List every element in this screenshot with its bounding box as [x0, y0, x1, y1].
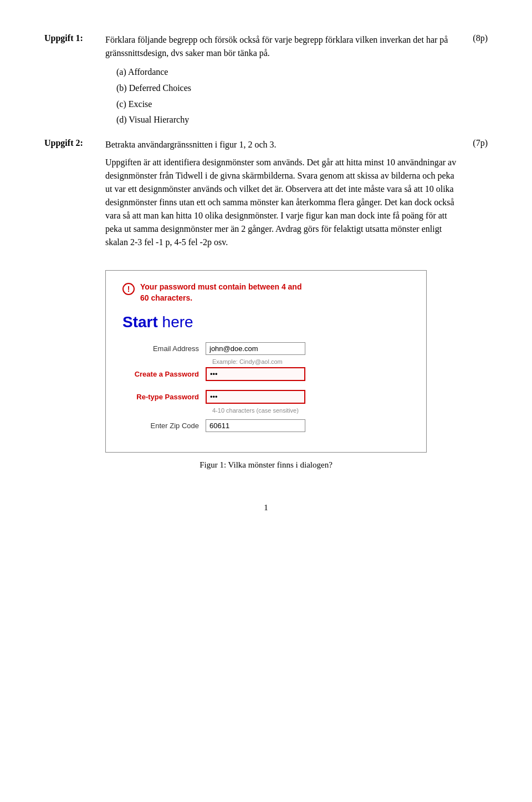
spacer: [122, 384, 410, 390]
error-icon: !: [122, 283, 135, 295]
task1-block: Uppgift 1: Förklara följande begrepp och…: [44, 33, 488, 128]
task1-header: Förklara följande begrepp och försök ock…: [105, 33, 462, 64]
list-item: (c) Excise: [116, 97, 462, 113]
task2-block: Uppgift 2: Betrakta användargränssnitten…: [44, 138, 488, 253]
error-banner: ! Your password must contain between 4 a…: [122, 282, 410, 303]
zip-input[interactable]: [206, 419, 305, 432]
list-item: (b) Deferred Choices: [116, 80, 462, 97]
error-text-line2: 60 characters.: [140, 293, 192, 302]
form-box: ! Your password must contain between 4 a…: [105, 270, 427, 453]
task1-instruction: Förklara följande begrepp och försök ock…: [105, 33, 462, 60]
page-number: 1: [44, 503, 488, 512]
error-text-line1: Your password must contain between 4 and: [140, 282, 301, 291]
task2-paragraph1: Uppgiften är att identifiera designmönst…: [105, 156, 462, 249]
form-heading: Start here: [122, 313, 410, 331]
task1-content: Förklara följande begrepp och försök ock…: [105, 33, 462, 128]
task2-points: (7p): [473, 138, 488, 253]
task2-intro: Betrakta användargränssnitten i figur 1,…: [105, 138, 462, 151]
retype-password-row: Re-type Password: [122, 390, 410, 404]
email-label: Email Address: [122, 344, 206, 353]
zip-label: Enter Zip Code: [122, 422, 206, 430]
task1-points: (8p): [473, 33, 488, 128]
task1-label: Uppgift 1:: [44, 33, 105, 128]
create-password-label: Create a Password: [122, 370, 206, 378]
list-item: (a) Affordance: [116, 64, 462, 80]
heading-bold: Start: [122, 313, 158, 331]
retype-password-input[interactable]: [206, 390, 305, 404]
retype-password-label: Re-type Password: [122, 393, 206, 401]
figure-caption: Figur 1: Vilka mönster finns i dialogen?: [105, 460, 427, 470]
error-text: Your password must contain between 4 and…: [140, 282, 301, 303]
retype-hint: 4-10 characters (case sensitive): [212, 407, 410, 414]
task2-content: Betrakta användargränssnitten i figur 1,…: [105, 138, 462, 253]
task1-list: (a) Affordance (b) Deferred Choices (c) …: [116, 64, 462, 128]
email-row: Email Address: [122, 342, 410, 355]
list-item: (d) Visual Hierarchy: [116, 112, 462, 128]
email-input[interactable]: [206, 342, 305, 355]
figure-container: ! Your password must contain between 4 a…: [105, 270, 427, 470]
create-password-input[interactable]: [206, 367, 305, 381]
email-hint: Example: Cindy@aol.com: [212, 358, 410, 365]
zip-row: Enter Zip Code: [122, 419, 410, 432]
heading-normal: here: [158, 313, 193, 331]
create-password-row: Create a Password: [122, 367, 410, 381]
task2-label: Uppgift 2:: [44, 138, 105, 253]
